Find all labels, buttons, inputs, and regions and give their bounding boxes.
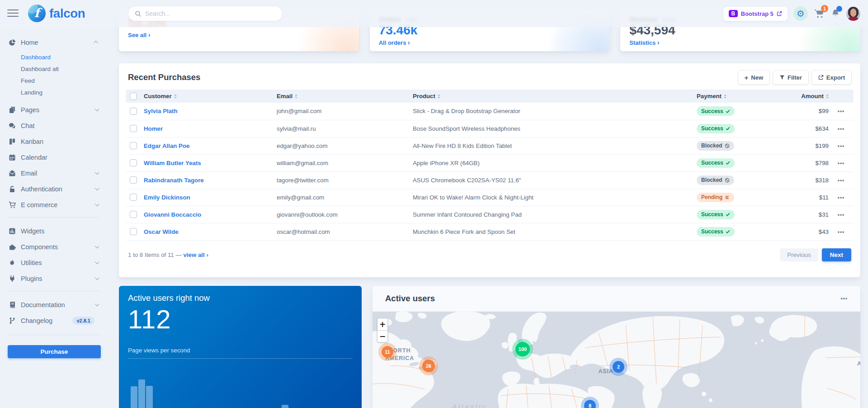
sidebar-item-documentation[interactable]: Documentation [8, 297, 101, 313]
sidebar-item-chat[interactable]: Chat [8, 118, 101, 133]
row-checkbox[interactable] [130, 125, 137, 132]
customer-link[interactable]: Rabindranath Tagore [144, 177, 204, 184]
card-menu-button[interactable]: ••• [840, 295, 848, 302]
payment-status-badge: Success [697, 124, 735, 133]
column-header-email[interactable]: Email [277, 90, 413, 103]
map-marker-bubble[interactable]: 2 [613, 361, 624, 373]
search-box[interactable] [128, 6, 283, 21]
external-link-icon [818, 75, 824, 80]
theme-settings-button[interactable]: ⚙ [793, 6, 808, 21]
sidebar-divider [8, 335, 101, 335]
view-all-link[interactable]: view all › [183, 251, 208, 258]
top-navbar: f falcon B Bootstrap 5 ⚙ 1 [0, 0, 868, 27]
row-menu-button[interactable]: ••• [838, 160, 845, 166]
active-now-count: 112 [128, 306, 353, 333]
row-checkbox[interactable] [130, 211, 137, 218]
select-all-checkbox[interactable] [130, 93, 137, 100]
see-all-link[interactable]: See all › [128, 31, 151, 38]
row-menu-button[interactable]: ••• [838, 229, 845, 235]
new-button[interactable]: +New [738, 71, 770, 84]
row-checkbox[interactable] [130, 194, 137, 201]
next-button[interactable]: Next [822, 248, 851, 261]
row-checkbox[interactable] [130, 159, 137, 166]
world-map[interactable]: + − NORTHAMERICAASIANORTHAMERICAAtlantic… [373, 312, 860, 408]
row-checkbox[interactable] [130, 108, 137, 115]
customer-link[interactable]: Oscar Wilde [144, 228, 179, 235]
sidebar-subitem-feed[interactable]: Feed [8, 75, 101, 86]
row-menu-button[interactable]: ••• [838, 108, 845, 114]
chevron-down-icon [95, 244, 99, 248]
filter-button[interactable]: Filter [773, 71, 808, 84]
sidebar-item-widgets[interactable]: Widgets [8, 223, 101, 239]
table-row: Emily Dickinsonemily@gmail.comMirari OK … [126, 189, 854, 206]
sort-icon [174, 94, 177, 99]
map-zoom-in-button[interactable]: + [377, 318, 388, 330]
row-checkbox[interactable] [130, 228, 137, 235]
row-checkbox[interactable] [130, 142, 137, 149]
ban-icon [725, 178, 730, 183]
notifications-button[interactable] [830, 9, 840, 19]
customer-link[interactable]: Emily Dickinson [144, 194, 190, 201]
bootstrap5-badge[interactable]: B Bootstrap 5 [723, 7, 788, 21]
column-header-customer[interactable]: Customer [144, 90, 277, 103]
sidebar-item-pages[interactable]: Pages [8, 102, 101, 118]
select-all-header [126, 90, 144, 103]
statistics-link[interactable]: Statistics › [629, 39, 659, 46]
row-menu-button[interactable]: ••• [838, 143, 845, 149]
row-menu-button[interactable]: ••• [838, 212, 845, 218]
region-label: NORTHAMERICA [844, 352, 860, 368]
sort-icon [826, 94, 829, 99]
sidebar-item-calendar[interactable]: Calendar [8, 149, 101, 165]
customer-link[interactable]: Sylvia Plath [144, 108, 178, 114]
poll-icon [9, 228, 16, 235]
product-cell: Munchkin 6 Piece Fork and Spoon Set [413, 223, 697, 240]
ocean-label: Atlantic [449, 403, 490, 408]
all-orders-link[interactable]: All orders › [379, 39, 410, 46]
row-menu-button[interactable]: ••• [838, 177, 845, 184]
sidebar-item-home[interactable]: Home [8, 34, 101, 50]
sidebar-item-e-commerce[interactable]: E commerce [8, 197, 101, 213]
payment-status-badge: Pending [697, 193, 734, 202]
sidebar-item-components[interactable]: Components [8, 239, 101, 255]
row-menu-button[interactable]: ••• [838, 126, 845, 132]
pagination-summary: 1 to 8 Items of 11 — view all › [128, 251, 780, 258]
customer-link[interactable]: Edgar Allan Poe [144, 142, 189, 149]
user-avatar[interactable] [846, 7, 860, 21]
map-marker-bubble[interactable]: 100 [515, 342, 530, 356]
version-badge: v2.8.1 [72, 317, 94, 325]
previous-button[interactable]: Previous [780, 248, 818, 261]
map-marker-bubble[interactable]: 26 [422, 360, 435, 372]
pageviews-bar [131, 386, 137, 408]
column-header-product[interactable]: Product [413, 90, 697, 103]
sidebar-item-utilities[interactable]: Utilities [8, 255, 101, 270]
cart-button[interactable]: 1 [814, 8, 825, 19]
email-cell: oscar@hotmail.com [277, 223, 413, 240]
hamburger-menu-button[interactable] [7, 9, 19, 17]
stream-icon [725, 195, 730, 200]
pageviews-bar [138, 380, 145, 408]
customer-link[interactable]: Giovanni Boccaccio [144, 211, 201, 218]
export-button[interactable]: Export [812, 71, 851, 84]
map-zoom-out-button[interactable]: − [377, 330, 388, 342]
sidebar-subitem-landing[interactable]: Landing [8, 86, 101, 98]
map-marker-bubble[interactable]: 11 [382, 346, 393, 358]
sidebar-item-email[interactable]: Email [8, 165, 101, 181]
sidebar-item-kanban[interactable]: Kanban [8, 133, 101, 149]
row-checkbox[interactable] [130, 176, 137, 184]
sidebar-item-authentication[interactable]: Authentication [8, 181, 101, 197]
purchase-button[interactable]: Purchase [8, 345, 101, 358]
column-header-payment[interactable]: Payment [697, 90, 787, 103]
sidebar-subitem-dashboard-alt[interactable]: Dashboard alt [8, 63, 101, 75]
row-menu-button[interactable]: ••• [838, 195, 845, 201]
search-input[interactable] [145, 10, 276, 17]
brand-logo[interactable]: f falcon [28, 5, 85, 22]
bootstrap-badge-label: Bootstrap 5 [741, 10, 774, 17]
sidebar-item-plugins[interactable]: Plugins [8, 270, 101, 286]
customer-link[interactable]: William Butler Yeats [144, 160, 201, 166]
email-cell: edgar@yahoo.com [277, 137, 413, 154]
product-cell: Mirari OK to Wake! Alarm Clock & Night-L… [413, 189, 697, 206]
sidebar-item-changelog[interactable]: Changelogv2.8.1 [8, 313, 101, 328]
column-header-amount[interactable]: Amount [787, 90, 829, 103]
sidebar-subitem-dashboard[interactable]: Dashboard [8, 51, 101, 63]
customer-link[interactable]: Homer [144, 125, 163, 132]
